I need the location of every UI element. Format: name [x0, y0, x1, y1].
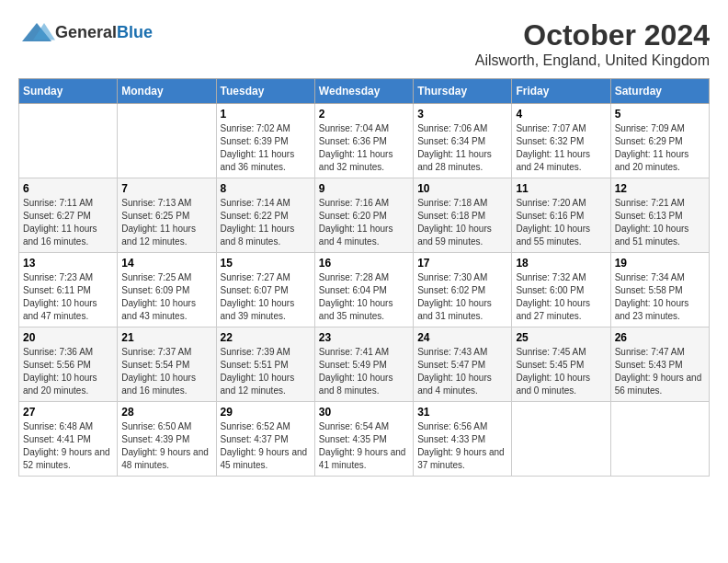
table-row: 21Sunrise: 7:37 AM Sunset: 5:54 PM Dayli… [118, 327, 216, 402]
table-row: 19Sunrise: 7:34 AM Sunset: 5:58 PM Dayli… [610, 253, 709, 327]
table-row: 18Sunrise: 7:32 AM Sunset: 6:00 PM Dayli… [512, 253, 610, 327]
col-tuesday: Tuesday [216, 79, 314, 104]
day-number: 2 [319, 108, 409, 121]
table-row: 30Sunrise: 6:54 AM Sunset: 4:35 PM Dayli… [314, 402, 413, 477]
day-info: Sunrise: 7:11 AM Sunset: 6:27 PM Dayligh… [23, 197, 113, 248]
day-number: 29 [221, 406, 311, 419]
table-row: 11Sunrise: 7:20 AM Sunset: 6:16 PM Dayli… [512, 178, 610, 253]
table-row: 6Sunrise: 7:11 AM Sunset: 6:27 PM Daylig… [19, 178, 118, 253]
day-number: 21 [121, 331, 211, 344]
day-info: Sunrise: 7:14 AM Sunset: 6:22 PM Dayligh… [221, 197, 311, 248]
day-info: Sunrise: 7:30 AM Sunset: 6:02 PM Dayligh… [417, 271, 507, 323]
col-sunday: Sunday [19, 79, 118, 104]
day-info: Sunrise: 6:54 AM Sunset: 4:35 PM Dayligh… [319, 420, 409, 472]
day-info: Sunrise: 7:43 AM Sunset: 5:47 PM Dayligh… [417, 346, 507, 397]
calendar-row: 20Sunrise: 7:36 AM Sunset: 5:56 PM Dayli… [19, 327, 710, 402]
table-row [19, 104, 118, 178]
day-number: 30 [319, 406, 409, 419]
day-info: Sunrise: 7:41 AM Sunset: 5:49 PM Dayligh… [319, 346, 409, 397]
page-title: October 2024 [475, 18, 710, 52]
table-row: 2Sunrise: 7:04 AM Sunset: 6:36 PM Daylig… [314, 104, 413, 178]
col-thursday: Thursday [414, 79, 512, 104]
day-info: Sunrise: 7:06 AM Sunset: 6:34 PM Dayligh… [417, 122, 507, 174]
day-number: 11 [516, 182, 606, 195]
day-number: 15 [221, 257, 311, 270]
table-row: 29Sunrise: 6:52 AM Sunset: 4:37 PM Dayli… [216, 402, 314, 477]
day-info: Sunrise: 7:47 AM Sunset: 5:43 PM Dayligh… [615, 346, 705, 397]
table-row: 28Sunrise: 6:50 AM Sunset: 4:39 PM Dayli… [118, 402, 216, 477]
day-info: Sunrise: 7:13 AM Sunset: 6:25 PM Dayligh… [121, 197, 211, 248]
col-monday: Monday [118, 79, 216, 104]
calendar-table: Sunday Monday Tuesday Wednesday Thursday… [18, 78, 710, 477]
day-number: 8 [221, 182, 311, 195]
calendar-row: 13Sunrise: 7:23 AM Sunset: 6:11 PM Dayli… [19, 253, 710, 327]
day-info: Sunrise: 7:37 AM Sunset: 5:54 PM Dayligh… [121, 346, 211, 397]
table-row: 3Sunrise: 7:06 AM Sunset: 6:34 PM Daylig… [414, 104, 512, 178]
table-row: 14Sunrise: 7:25 AM Sunset: 6:09 PM Dayli… [118, 253, 216, 327]
table-row [610, 402, 709, 477]
table-row: 15Sunrise: 7:27 AM Sunset: 6:07 PM Dayli… [216, 253, 314, 327]
day-info: Sunrise: 7:25 AM Sunset: 6:09 PM Dayligh… [121, 271, 211, 323]
day-number: 13 [23, 257, 113, 270]
day-number: 18 [516, 257, 606, 270]
day-info: Sunrise: 7:32 AM Sunset: 6:00 PM Dayligh… [516, 271, 606, 323]
table-row: 24Sunrise: 7:43 AM Sunset: 5:47 PM Dayli… [414, 327, 512, 402]
day-info: Sunrise: 7:16 AM Sunset: 6:20 PM Dayligh… [319, 197, 409, 248]
day-info: Sunrise: 7:27 AM Sunset: 6:07 PM Dayligh… [221, 271, 311, 323]
day-info: Sunrise: 6:50 AM Sunset: 4:39 PM Dayligh… [121, 420, 211, 472]
calendar-row: 6Sunrise: 7:11 AM Sunset: 6:27 PM Daylig… [19, 178, 710, 253]
calendar-row: 1Sunrise: 7:02 AM Sunset: 6:39 PM Daylig… [19, 104, 710, 178]
table-row: 25Sunrise: 7:45 AM Sunset: 5:45 PM Dayli… [512, 327, 610, 402]
table-row: 9Sunrise: 7:16 AM Sunset: 6:20 PM Daylig… [314, 178, 413, 253]
table-row: 10Sunrise: 7:18 AM Sunset: 6:18 PM Dayli… [414, 178, 512, 253]
day-number: 25 [516, 331, 606, 344]
day-number: 7 [121, 182, 211, 195]
calendar-body: 1Sunrise: 7:02 AM Sunset: 6:39 PM Daylig… [19, 104, 710, 477]
logo-blue: Blue [117, 23, 153, 41]
col-wednesday: Wednesday [314, 79, 413, 104]
table-row [512, 402, 610, 477]
table-row: 5Sunrise: 7:09 AM Sunset: 6:29 PM Daylig… [610, 104, 709, 178]
logo-general: General [55, 23, 117, 41]
day-number: 4 [516, 108, 606, 121]
day-info: Sunrise: 7:21 AM Sunset: 6:13 PM Dayligh… [615, 197, 705, 248]
day-info: Sunrise: 7:23 AM Sunset: 6:11 PM Dayligh… [23, 271, 113, 323]
col-friday: Friday [512, 79, 610, 104]
day-info: Sunrise: 6:52 AM Sunset: 4:37 PM Dayligh… [221, 420, 311, 472]
table-row: 4Sunrise: 7:07 AM Sunset: 6:32 PM Daylig… [512, 104, 610, 178]
day-number: 23 [319, 331, 409, 344]
day-info: Sunrise: 7:45 AM Sunset: 5:45 PM Dayligh… [516, 346, 606, 397]
day-info: Sunrise: 6:56 AM Sunset: 4:33 PM Dayligh… [417, 420, 507, 472]
table-row: 13Sunrise: 7:23 AM Sunset: 6:11 PM Dayli… [19, 253, 118, 327]
day-number: 31 [417, 406, 507, 419]
day-info: Sunrise: 7:36 AM Sunset: 5:56 PM Dayligh… [23, 346, 113, 397]
page-subtitle: Ailsworth, England, United Kingdom [475, 52, 710, 69]
day-info: Sunrise: 7:20 AM Sunset: 6:16 PM Dayligh… [516, 197, 606, 248]
day-number: 10 [417, 182, 507, 195]
day-number: 14 [121, 257, 211, 270]
day-number: 9 [319, 182, 409, 195]
table-row: 22Sunrise: 7:39 AM Sunset: 5:51 PM Dayli… [216, 327, 314, 402]
table-row: 23Sunrise: 7:41 AM Sunset: 5:49 PM Dayli… [314, 327, 413, 402]
header-row: Sunday Monday Tuesday Wednesday Thursday… [19, 79, 710, 104]
day-info: Sunrise: 7:09 AM Sunset: 6:29 PM Dayligh… [615, 122, 705, 174]
page-header: GeneralBlue October 2024 Ailsworth, Engl… [18, 18, 710, 69]
table-row: 31Sunrise: 6:56 AM Sunset: 4:33 PM Dayli… [414, 402, 512, 477]
day-info: Sunrise: 7:28 AM Sunset: 6:04 PM Dayligh… [319, 271, 409, 323]
day-number: 16 [319, 257, 409, 270]
day-number: 20 [23, 331, 113, 344]
day-number: 1 [221, 108, 311, 121]
day-number: 19 [615, 257, 705, 270]
day-info: Sunrise: 7:39 AM Sunset: 5:51 PM Dayligh… [221, 346, 311, 397]
calendar-header: Sunday Monday Tuesday Wednesday Thursday… [19, 79, 710, 104]
day-info: Sunrise: 7:02 AM Sunset: 6:39 PM Dayligh… [221, 122, 311, 174]
day-info: Sunrise: 6:48 AM Sunset: 4:41 PM Dayligh… [23, 420, 113, 472]
day-number: 17 [417, 257, 507, 270]
table-row: 26Sunrise: 7:47 AM Sunset: 5:43 PM Dayli… [610, 327, 709, 402]
day-number: 28 [121, 406, 211, 419]
table-row: 20Sunrise: 7:36 AM Sunset: 5:56 PM Dayli… [19, 327, 118, 402]
day-number: 26 [615, 331, 705, 344]
table-row: 7Sunrise: 7:13 AM Sunset: 6:25 PM Daylig… [118, 178, 216, 253]
col-saturday: Saturday [610, 79, 709, 104]
table-row [118, 104, 216, 178]
